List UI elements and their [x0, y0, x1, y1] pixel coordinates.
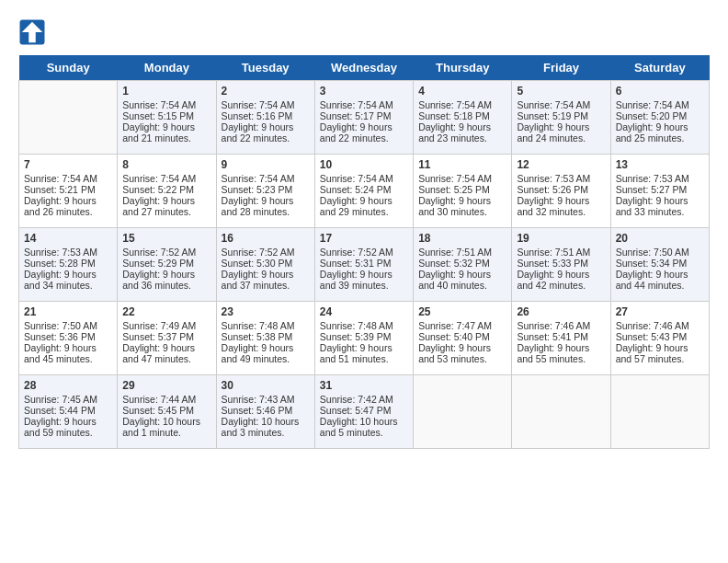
day-info-line: Sunset: 5:46 PM — [222, 405, 310, 416]
day-info-line: Sunset: 5:31 PM — [320, 258, 408, 269]
day-info-line: Sunrise: 7:54 AM — [517, 99, 605, 110]
day-info-line: Sunset: 5:36 PM — [24, 331, 112, 342]
day-info-line: and 25 minutes. — [616, 132, 704, 144]
calendar-cell: 23Sunrise: 7:48 AMSunset: 5:38 PMDayligh… — [216, 302, 314, 375]
calendar-cell: 20Sunrise: 7:50 AMSunset: 5:34 PMDayligh… — [610, 228, 709, 302]
day-number: 6 — [616, 85, 704, 98]
calendar-cell: 6Sunrise: 7:54 AMSunset: 5:20 PMDaylight… — [610, 81, 709, 155]
day-info-line: Daylight: 9 hours — [616, 121, 704, 132]
day-info-line: Sunset: 5:28 PM — [24, 258, 112, 269]
day-info-line: and 24 minutes. — [517, 132, 605, 144]
calendar-cell — [19, 81, 118, 155]
day-info-line: Sunset: 5:34 PM — [616, 258, 704, 269]
day-info-line: Sunset: 5:25 PM — [418, 184, 506, 195]
day-info-line: and 3 minutes. — [222, 427, 310, 438]
day-info-line: Sunrise: 7:53 AM — [24, 247, 112, 258]
day-info-line: Sunset: 5:32 PM — [418, 258, 506, 269]
day-info-line: Sunrise: 7:44 AM — [122, 394, 210, 405]
day-info-line: Sunset: 5:41 PM — [517, 331, 605, 342]
calendar-cell: 17Sunrise: 7:52 AMSunset: 5:31 PMDayligh… — [314, 228, 413, 302]
day-info-line: Sunrise: 7:54 AM — [24, 173, 112, 184]
day-info-line: and 39 minutes. — [320, 280, 408, 291]
calendar-cell: 13Sunrise: 7:53 AMSunset: 5:27 PMDayligh… — [610, 155, 709, 228]
calendar-cell: 10Sunrise: 7:54 AMSunset: 5:24 PMDayligh… — [314, 155, 413, 228]
day-info-line: Sunset: 5:18 PM — [418, 110, 506, 121]
day-info-line: Daylight: 9 hours — [517, 342, 605, 353]
calendar-cell: 3Sunrise: 7:54 AMSunset: 5:17 PMDaylight… — [314, 81, 413, 155]
calendar-cell: 22Sunrise: 7:49 AMSunset: 5:37 PMDayligh… — [118, 302, 216, 375]
day-info-line: Sunrise: 7:54 AM — [320, 99, 408, 110]
day-info-line: Sunset: 5:27 PM — [616, 184, 704, 195]
day-number: 3 — [320, 85, 408, 98]
calendar-cell: 8Sunrise: 7:54 AMSunset: 5:22 PMDaylight… — [118, 155, 216, 228]
day-info-line: and 32 minutes. — [517, 206, 605, 217]
calendar-week-row: 1Sunrise: 7:54 AMSunset: 5:15 PMDaylight… — [19, 81, 710, 155]
calendar-cell — [512, 375, 610, 449]
calendar-week-row: 28Sunrise: 7:45 AMSunset: 5:44 PMDayligh… — [19, 375, 710, 449]
day-number: 31 — [320, 379, 408, 392]
day-info-line: Sunset: 5:30 PM — [222, 258, 310, 269]
day-info-line: Sunset: 5:33 PM — [517, 258, 605, 269]
day-number: 12 — [517, 158, 605, 171]
logo-icon — [18, 18, 46, 46]
day-info-line: Daylight: 9 hours — [122, 121, 210, 132]
page-header — [18, 18, 710, 46]
day-info-line: Daylight: 9 hours — [24, 269, 112, 280]
day-info-line: Sunrise: 7:46 AM — [517, 320, 605, 331]
day-info-line: Daylight: 9 hours — [418, 342, 506, 353]
calendar-week-row: 14Sunrise: 7:53 AMSunset: 5:28 PMDayligh… — [19, 228, 710, 302]
day-info-line: Daylight: 9 hours — [122, 342, 210, 353]
day-info-line: and 22 minutes. — [320, 132, 408, 144]
day-info-line: and 26 minutes. — [24, 206, 112, 217]
calendar-cell: 21Sunrise: 7:50 AMSunset: 5:36 PMDayligh… — [19, 302, 118, 375]
day-info-line: and 51 minutes. — [320, 353, 408, 364]
day-info-line: and 23 minutes. — [418, 132, 506, 144]
day-info-line: Sunrise: 7:47 AM — [418, 320, 506, 331]
day-number: 9 — [222, 158, 310, 171]
day-info-line: Sunset: 5:21 PM — [24, 184, 112, 195]
day-info-line: Daylight: 9 hours — [616, 195, 704, 206]
day-info-line: and 47 minutes. — [122, 353, 210, 364]
day-number: 24 — [320, 305, 408, 318]
day-info-line: Daylight: 9 hours — [222, 269, 310, 280]
calendar-cell: 7Sunrise: 7:54 AMSunset: 5:21 PMDaylight… — [19, 155, 118, 228]
day-info-line: Daylight: 9 hours — [616, 342, 704, 353]
day-info-line: Daylight: 10 hours — [222, 416, 310, 427]
day-number: 21 — [24, 305, 112, 318]
day-info-line: Daylight: 9 hours — [320, 121, 408, 132]
calendar-cell: 26Sunrise: 7:46 AMSunset: 5:41 PMDayligh… — [512, 302, 610, 375]
day-info-line: Sunrise: 7:42 AM — [320, 394, 408, 405]
day-info-line: Sunrise: 7:50 AM — [24, 320, 112, 331]
day-info-line: and 53 minutes. — [418, 353, 506, 364]
day-number: 5 — [517, 85, 605, 98]
day-info-line: and 5 minutes. — [320, 427, 408, 438]
calendar-body: 1Sunrise: 7:54 AMSunset: 5:15 PMDaylight… — [19, 81, 710, 449]
calendar-cell: 4Sunrise: 7:54 AMSunset: 5:18 PMDaylight… — [414, 81, 512, 155]
day-info-line: Sunrise: 7:54 AM — [122, 99, 210, 110]
day-number: 4 — [418, 85, 506, 98]
day-info-line: Sunrise: 7:53 AM — [616, 173, 704, 184]
calendar-header-row: SundayMondayTuesdayWednesdayThursdayFrid… — [19, 55, 710, 81]
day-info-line: and 30 minutes. — [418, 206, 506, 217]
day-info-line: Sunrise: 7:51 AM — [418, 247, 506, 258]
day-info-line: and 45 minutes. — [24, 353, 112, 364]
day-info-line: Sunset: 5:29 PM — [122, 258, 210, 269]
day-number: 18 — [418, 232, 506, 245]
calendar-cell: 28Sunrise: 7:45 AMSunset: 5:44 PMDayligh… — [19, 375, 118, 449]
calendar-cell — [414, 375, 512, 449]
day-info-line: Sunrise: 7:46 AM — [616, 320, 704, 331]
calendar-cell: 19Sunrise: 7:51 AMSunset: 5:33 PMDayligh… — [512, 228, 610, 302]
day-number: 19 — [517, 232, 605, 245]
day-info-line: Sunset: 5:22 PM — [122, 184, 210, 195]
logo — [18, 18, 50, 46]
day-info-line: Sunrise: 7:54 AM — [418, 173, 506, 184]
day-number: 26 — [517, 305, 605, 318]
day-info-line: Sunrise: 7:52 AM — [122, 247, 210, 258]
day-number: 15 — [122, 232, 210, 245]
calendar-cell: 15Sunrise: 7:52 AMSunset: 5:29 PMDayligh… — [118, 228, 216, 302]
day-info-line: and 27 minutes. — [122, 206, 210, 217]
day-of-week-header: Sunday — [19, 55, 118, 81]
calendar-cell — [610, 375, 709, 449]
day-info-line: Sunrise: 7:54 AM — [616, 99, 704, 110]
day-info-line: Daylight: 10 hours — [122, 416, 210, 427]
